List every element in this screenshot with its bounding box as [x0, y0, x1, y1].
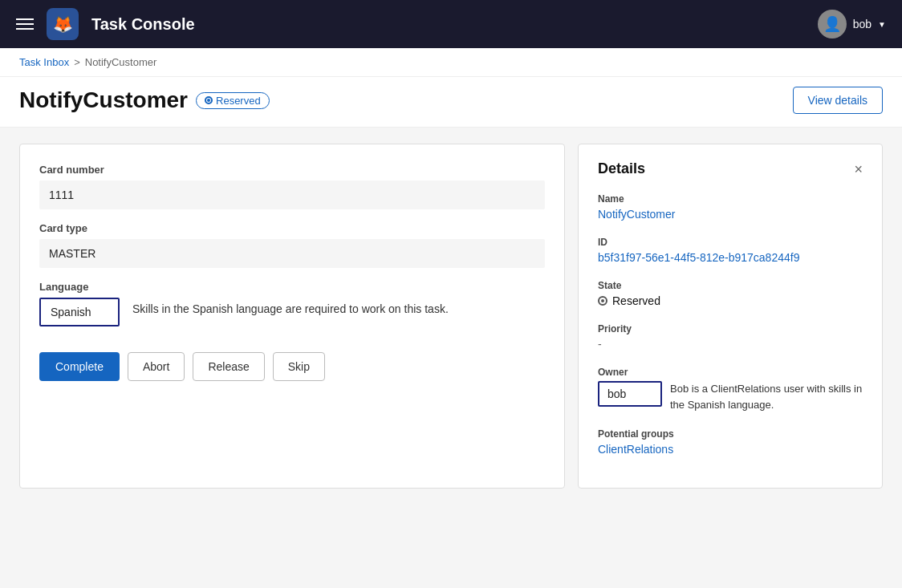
main-content: Card number 1111 Card type MASTER Langua…	[0, 128, 902, 505]
page-header: NotifyCustomer Reserved View details	[0, 77, 902, 128]
owner-section: bob Bob is a ClientRelations user with s…	[598, 381, 863, 412]
app-title: Task Console	[91, 15, 195, 34]
breadcrumb-inbox-link[interactable]: Task Inbox	[19, 56, 69, 68]
owner-input[interactable]: bob	[598, 381, 662, 407]
language-section: Spanish Skills in the Spanish language a…	[39, 298, 545, 326]
details-header: Details ×	[598, 160, 863, 177]
details-title: Details	[598, 160, 645, 177]
details-owner-field: Owner bob Bob is a ClientRelations user …	[598, 367, 863, 412]
details-id-label: ID	[598, 237, 863, 248]
language-warning: Skills in the Spanish language are requi…	[132, 298, 449, 318]
card-type-value: MASTER	[39, 239, 545, 268]
header-left: 🦊 Task Console	[16, 8, 195, 40]
details-groups-value: ClientRelations	[598, 443, 863, 456]
card-type-label: Card type	[39, 222, 545, 234]
header: 🦊 Task Console 👤 bob ▼	[0, 0, 902, 48]
details-name-field: Name NotifyCustomer	[598, 193, 863, 221]
details-id-value: b5f31f97-56e1-44f5-812e-b917ca8244f9	[598, 251, 863, 264]
card-panel: Card number 1111 Card type MASTER Langua…	[19, 144, 565, 489]
details-name-value: NotifyCustomer	[598, 208, 863, 221]
user-dropdown-arrow[interactable]: ▼	[878, 20, 886, 29]
details-priority-field: Priority -	[598, 323, 863, 351]
details-state-field: State Reserved	[598, 280, 863, 307]
abort-button[interactable]: Abort	[128, 352, 185, 381]
breadcrumb-separator: >	[74, 56, 80, 68]
breadcrumb-current: NotifyCustomer	[85, 56, 157, 68]
reserved-badge: Reserved	[196, 92, 270, 109]
hamburger-menu[interactable]	[16, 18, 34, 30]
details-state-label: State	[598, 280, 863, 291]
complete-button[interactable]: Complete	[39, 352, 120, 381]
details-owner-label: Owner	[598, 367, 863, 378]
details-groups-label: Potential groups	[598, 428, 863, 440]
details-priority-label: Priority	[598, 323, 863, 335]
details-panel: Details × Name NotifyCustomer ID b5f31f9…	[578, 144, 883, 489]
card-number-value: 1111	[39, 180, 545, 209]
close-details-button[interactable]: ×	[854, 162, 863, 176]
reserved-dot-icon	[205, 96, 213, 104]
breadcrumb: Task Inbox > NotifyCustomer	[0, 48, 902, 77]
page-title: NotifyCustomer	[19, 87, 188, 113]
details-state-value: Reserved	[598, 294, 863, 307]
username-label: bob	[853, 18, 872, 30]
state-label: Reserved	[612, 294, 660, 307]
action-buttons: Complete Abort Release Skip	[39, 352, 545, 381]
header-right: 👤 bob ▼	[818, 10, 886, 39]
language-label: Language	[39, 281, 545, 293]
app-logo: 🦊	[47, 8, 79, 40]
details-priority-value: -	[598, 338, 863, 351]
page-title-area: NotifyCustomer Reserved	[19, 87, 270, 113]
owner-description: Bob is a ClientRelations user with skill…	[670, 381, 863, 412]
details-groups-field: Potential groups ClientRelations	[598, 428, 863, 456]
avatar: 👤	[818, 10, 847, 39]
details-name-label: Name	[598, 193, 863, 205]
language-input[interactable]: Spanish	[39, 298, 120, 326]
reserved-label: Reserved	[216, 95, 261, 107]
details-id-field: ID b5f31f97-56e1-44f5-812e-b917ca8244f9	[598, 237, 863, 264]
state-dot-icon	[598, 296, 607, 306]
release-button[interactable]: Release	[193, 352, 264, 381]
card-number-label: Card number	[39, 164, 545, 176]
skip-button[interactable]: Skip	[273, 352, 325, 381]
view-details-button[interactable]: View details	[793, 87, 883, 114]
